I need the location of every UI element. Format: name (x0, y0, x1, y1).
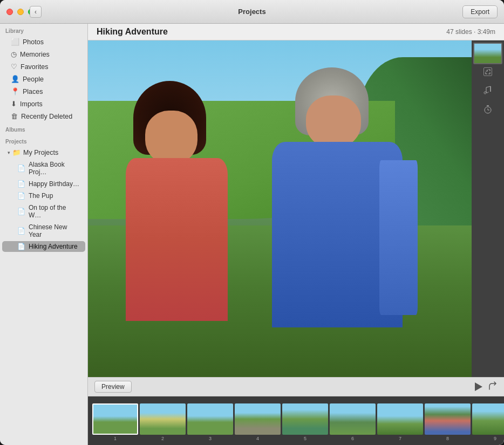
timer-button[interactable] (480, 102, 495, 117)
film-image-1 (92, 403, 138, 435)
app-window: ‹ Projects Export Library ⬜ Photos ◷ Mem… (0, 0, 504, 445)
main-layout: Library ⬜ Photos ◷ Memories ♡ Favorites … (0, 24, 504, 445)
sidebar-item-photos[interactable]: ⬜ Photos (2, 36, 85, 47)
film-thumb-1[interactable]: 1 (92, 403, 138, 438)
music-icon (483, 85, 493, 95)
sidebar-item-memories[interactable]: ◷ Memories (2, 49, 85, 60)
window-title: Projects (238, 8, 265, 16)
film-thumb-7[interactable]: 7 (377, 403, 423, 438)
project-label-pup: The Pup (29, 192, 53, 200)
project-icon-hiking: 📄 (17, 243, 25, 250)
sidebar-item-people[interactable]: 👤 People (2, 73, 85, 85)
sidebar-item-my-projects[interactable]: ▾ 📁 My Projects (2, 147, 85, 158)
expand-icon-container (483, 65, 492, 78)
preview-button[interactable]: Preview (94, 381, 132, 393)
side-thumbnail[interactable] (473, 43, 502, 64)
expand-icon[interactable] (483, 67, 492, 76)
sidebar-item-pup[interactable]: 📄 The Pup (2, 190, 85, 201)
play-button[interactable] (475, 382, 482, 391)
film-thumb-4[interactable]: 4 (235, 403, 281, 438)
share-button[interactable] (487, 380, 498, 393)
film-label-3: 3 (187, 436, 233, 441)
film-thumb-9[interactable]: 9 (472, 403, 504, 438)
film-label-7: 7 (377, 436, 423, 441)
music-button[interactable] (480, 83, 495, 98)
face-right (306, 95, 361, 148)
face-left (145, 111, 197, 164)
sidebar-label-favorites: Favorites (21, 63, 48, 71)
project-icon-ontop: 📄 (17, 208, 25, 215)
film-image-8 (425, 403, 471, 435)
sidebar-label-people: People (23, 76, 44, 83)
side-panel (472, 40, 504, 377)
side-thumb-image (474, 44, 501, 63)
sidebar-item-hiking[interactable]: 📄 Hiking Adventure (2, 241, 85, 252)
photos-icon: ⬜ (11, 38, 19, 46)
body-left (126, 158, 228, 321)
film-thumb-5[interactable]: 5 (282, 403, 328, 438)
timer-icon (483, 105, 493, 114)
slide-count: 47 slides · 3:49m (446, 28, 495, 36)
favorites-icon: ♡ (11, 63, 17, 71)
memories-icon: ◷ (11, 50, 17, 58)
sidebar-label-recently-deleted: Recently Deleted (21, 113, 72, 120)
film-thumb-3[interactable]: 3 (187, 403, 233, 438)
film-thumb-8[interactable]: 8 (425, 403, 471, 438)
sidebar-label-imports: Imports (20, 100, 43, 108)
film-image-2 (140, 403, 186, 435)
sidebar-item-favorites[interactable]: ♡ Favorites (2, 61, 85, 72)
project-label-birthday: Happy Birthday… (29, 180, 79, 188)
chevron-down-icon: ▾ (8, 150, 10, 155)
close-button[interactable] (6, 9, 13, 15)
film-image-6 (330, 403, 376, 435)
film-image-9 (472, 403, 504, 435)
film-label-5: 5 (282, 436, 328, 441)
film-image-5 (282, 403, 328, 435)
main-photo-view[interactable] (88, 40, 472, 377)
film-thumb-2[interactable]: 2 (140, 403, 186, 438)
sidebar-item-ontop[interactable]: 📄 On top of the W… (2, 202, 85, 221)
project-header: Hiking Adventure 47 slides · 3:49m (88, 24, 504, 40)
sidebar-item-birthday[interactable]: 📄 Happy Birthday… (2, 179, 85, 189)
photo-main-area (88, 40, 504, 377)
project-icon-chinese: 📄 (17, 227, 25, 235)
my-projects-label: My Projects (23, 149, 58, 156)
sidebar-label-memories: Memories (20, 51, 50, 58)
backpack (379, 160, 418, 315)
film-label-2: 2 (140, 436, 186, 441)
library-section-header: Library (0, 24, 87, 36)
film-label-9: 9 (472, 436, 504, 441)
film-label-8: 8 (425, 436, 471, 441)
imports-icon: ⬇ (11, 100, 17, 108)
project-label-hiking: Hiking Adventure (29, 243, 78, 250)
person-right (272, 67, 425, 377)
sidebar-item-recently-deleted[interactable]: 🗑 Recently Deleted (2, 111, 85, 122)
trash-icon: 🗑 (11, 112, 18, 120)
sidebar: Library ⬜ Photos ◷ Memories ♡ Favorites … (0, 24, 88, 445)
minimize-button[interactable] (17, 9, 24, 15)
sidebar-item-imports[interactable]: ⬇ Imports (2, 98, 85, 109)
playback-controls (136, 382, 482, 391)
preview-bar: Preview (88, 377, 504, 396)
project-icon-pup: 📄 (17, 192, 25, 200)
film-image-7 (377, 403, 423, 435)
film-label-1: 1 (92, 436, 138, 441)
sidebar-item-places[interactable]: 📍 Places (2, 86, 85, 97)
projects-section-header: Projects (0, 134, 87, 146)
project-title: Hiking Adventure (97, 27, 168, 37)
film-image-4 (235, 403, 281, 435)
filmstrip: 1 2 3 4 5 (88, 396, 504, 445)
places-icon: 📍 (11, 87, 19, 95)
film-thumb-6[interactable]: 6 (330, 403, 376, 438)
sidebar-label-places: Places (23, 88, 43, 95)
back-button[interactable]: ‹ (30, 6, 42, 18)
project-label-chinese: Chinese New Year (29, 223, 80, 238)
film-label-4: 4 (235, 436, 281, 441)
film-image-3 (187, 403, 233, 435)
share-icon (487, 380, 498, 391)
sidebar-item-chinese[interactable]: 📄 Chinese New Year (2, 222, 85, 240)
export-button[interactable]: Export (462, 5, 498, 18)
content-area: Hiking Adventure 47 slides · 3:49m (88, 24, 504, 445)
film-label-6: 6 (330, 436, 376, 441)
sidebar-item-alaska[interactable]: 📄 Alaska Book Proj… (2, 159, 85, 177)
